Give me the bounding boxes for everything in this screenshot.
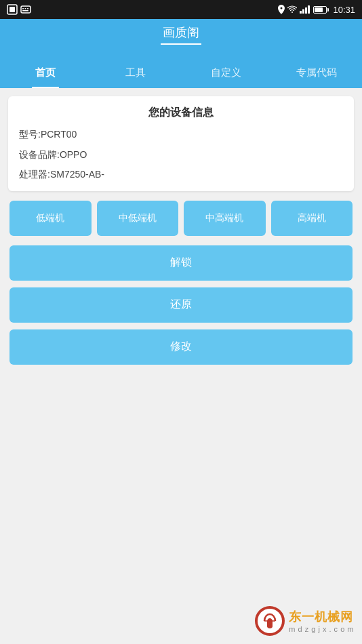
tab-exclusive-code[interactable]: 专属代码 bbox=[272, 57, 363, 88]
device-processor-row: 处理器:SM7250-AB- bbox=[19, 168, 343, 182]
svg-rect-7 bbox=[300, 11, 302, 14]
app-title-underline bbox=[161, 43, 201, 45]
svg-rect-8 bbox=[302, 9, 304, 14]
unlock-button[interactable]: 解锁 bbox=[9, 245, 353, 281]
action-buttons: 解锁 还原 修改 bbox=[8, 245, 354, 365]
status-time: 10:31 bbox=[333, 5, 355, 15]
keyboard-icon bbox=[20, 4, 31, 15]
mid-low-end-button[interactable]: 中低端机 bbox=[97, 201, 179, 236]
device-info-title: 您的设备信息 bbox=[19, 106, 343, 120]
battery-icon bbox=[313, 6, 329, 14]
svg-rect-10 bbox=[308, 5, 310, 14]
svg-rect-9 bbox=[305, 7, 307, 14]
status-bar-right: 10:31 bbox=[278, 5, 355, 15]
footer-brand-name: 东一机械网 bbox=[289, 609, 353, 625]
footer-brand-url: m d z g j x . c o m bbox=[289, 625, 354, 633]
svg-rect-2 bbox=[21, 6, 31, 13]
footer-watermark: 东一机械网 m d z g j x . c o m bbox=[255, 606, 354, 636]
footer-brand: 东一机械网 m d z g j x . c o m bbox=[289, 609, 354, 633]
modify-button[interactable]: 修改 bbox=[9, 329, 353, 365]
svg-rect-5 bbox=[27, 8, 28, 9]
tab-bar: 首页 工具 自定义 专属代码 bbox=[0, 57, 362, 88]
signal-icon bbox=[300, 5, 310, 14]
main-content: 您的设备信息 型号:PCRT00 设备品牌:OPPO 处理器:SM7250-AB… bbox=[0, 88, 362, 373]
low-end-button[interactable]: 低端机 bbox=[9, 201, 92, 236]
app-title-text: 画质阁 bbox=[163, 24, 199, 41]
device-brand-row: 设备品牌:OPPO bbox=[19, 148, 343, 162]
svg-rect-1 bbox=[9, 7, 15, 12]
svg-rect-3 bbox=[22, 8, 24, 9]
tab-home[interactable]: 首页 bbox=[0, 57, 91, 88]
status-bar: 10:31 bbox=[0, 0, 362, 19]
app-title-container: 画质阁 bbox=[161, 24, 201, 45]
tab-custom[interactable]: 自定义 bbox=[181, 57, 272, 88]
mid-high-end-button[interactable]: 中高端机 bbox=[184, 201, 266, 236]
device-info-card: 您的设备信息 型号:PCRT00 设备品牌:OPPO 处理器:SM7250-AB… bbox=[8, 96, 354, 191]
status-bar-left bbox=[7, 4, 31, 15]
svg-rect-6 bbox=[22, 10, 28, 12]
location-icon bbox=[278, 5, 285, 14]
restore-button[interactable]: 还原 bbox=[9, 287, 353, 323]
footer-logo-icon bbox=[255, 606, 285, 636]
wifi-icon bbox=[287, 5, 297, 14]
device-type-row: 低端机 中低端机 中高端机 高端机 bbox=[8, 201, 354, 236]
device-model-row: 型号:PCRT00 bbox=[19, 128, 343, 142]
svg-rect-4 bbox=[25, 8, 26, 9]
high-end-button[interactable]: 高端机 bbox=[271, 201, 353, 236]
app-indicator-icon bbox=[7, 4, 18, 15]
tab-tools[interactable]: 工具 bbox=[91, 57, 182, 88]
app-header: 画质阁 bbox=[0, 19, 362, 57]
